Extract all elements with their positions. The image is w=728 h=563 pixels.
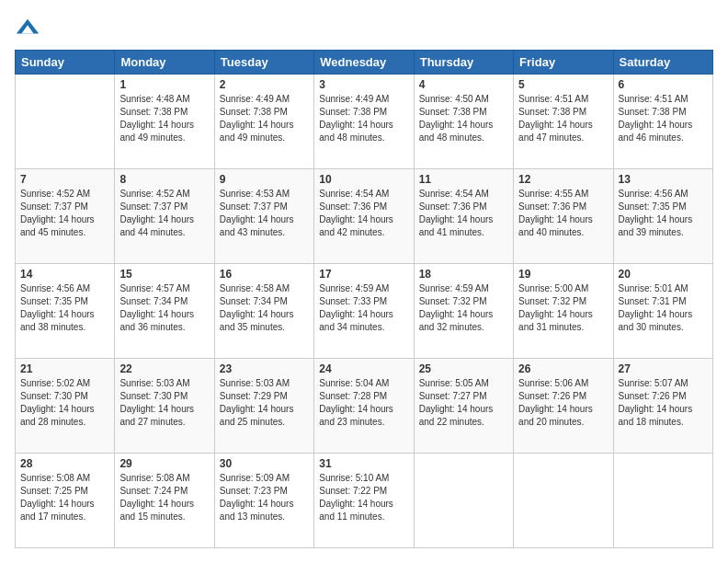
calendar-cell: 16 Sunrise: 4:58 AM Sunset: 7:34 PM Dayl… [214,264,313,359]
day-info: Sunrise: 4:53 AM Sunset: 7:37 PM Dayligh… [220,188,309,239]
day-number: 25 [419,362,508,375]
day-number: 19 [518,268,608,281]
day-info: Sunrise: 5:07 AM Sunset: 7:26 PM Dayligh… [619,377,708,429]
weekday-header-row: SundayMondayTuesdayWednesdayThursdayFrid… [16,51,713,75]
week-row-1: 1 Sunrise: 4:48 AM Sunset: 7:38 PM Dayli… [16,75,713,169]
day-number: 28 [20,457,109,470]
calendar-cell: 2 Sunrise: 4:49 AM Sunset: 7:38 PM Dayli… [214,75,313,169]
week-row-4: 21 Sunrise: 5:02 AM Sunset: 7:30 PM Dayl… [16,359,713,454]
calendar-cell: 1 Sunrise: 4:48 AM Sunset: 7:38 PM Dayli… [115,75,214,169]
calendar-cell: 15 Sunrise: 4:57 AM Sunset: 7:34 PM Dayl… [115,264,214,359]
day-info: Sunrise: 5:02 AM Sunset: 7:30 PM Dayligh… [20,377,109,429]
calendar-cell: 12 Sunrise: 4:55 AM Sunset: 7:36 PM Dayl… [514,169,613,264]
day-number: 27 [619,362,708,375]
weekday-header-sunday: Sunday [16,51,115,75]
day-info: Sunrise: 4:49 AM Sunset: 7:38 PM Dayligh… [319,93,408,144]
calendar-cell: 21 Sunrise: 5:02 AM Sunset: 7:30 PM Dayl… [16,359,115,454]
calendar-cell [514,454,613,548]
day-number: 15 [119,268,209,281]
day-number: 11 [419,173,508,186]
calendar-cell: 11 Sunrise: 4:54 AM Sunset: 7:36 PM Dayl… [414,169,513,264]
day-info: Sunrise: 4:54 AM Sunset: 7:36 PM Dayligh… [419,188,508,239]
day-info: Sunrise: 4:48 AM Sunset: 7:38 PM Dayligh… [119,93,209,144]
day-number: 12 [518,173,608,186]
day-info: Sunrise: 4:55 AM Sunset: 7:36 PM Dayligh… [518,188,608,239]
calendar-cell: 4 Sunrise: 4:50 AM Sunset: 7:38 PM Dayli… [414,75,513,169]
day-number: 1 [119,78,209,91]
calendar-cell: 27 Sunrise: 5:07 AM Sunset: 7:26 PM Dayl… [613,359,712,454]
week-row-3: 14 Sunrise: 4:56 AM Sunset: 7:35 PM Dayl… [16,264,713,359]
calendar-cell: 31 Sunrise: 5:10 AM Sunset: 7:22 PM Dayl… [314,454,414,548]
calendar-cell: 6 Sunrise: 4:51 AM Sunset: 7:38 PM Dayli… [613,75,712,169]
day-info: Sunrise: 4:56 AM Sunset: 7:35 PM Dayligh… [619,188,708,239]
day-number: 3 [319,78,408,91]
day-number: 9 [220,173,309,186]
day-info: Sunrise: 4:59 AM Sunset: 7:32 PM Dayligh… [419,282,508,334]
day-number: 8 [119,173,209,186]
day-info: Sunrise: 4:57 AM Sunset: 7:34 PM Dayligh… [119,282,209,334]
day-number: 22 [119,362,209,375]
logo [15,15,44,40]
calendar-cell: 24 Sunrise: 5:04 AM Sunset: 7:28 PM Dayl… [314,359,414,454]
calendar-cell [613,454,712,548]
day-info: Sunrise: 5:09 AM Sunset: 7:23 PM Dayligh… [220,472,309,523]
week-row-2: 7 Sunrise: 4:52 AM Sunset: 7:37 PM Dayli… [16,169,713,264]
logo-icon [15,15,40,40]
day-info: Sunrise: 5:08 AM Sunset: 7:25 PM Dayligh… [20,472,109,523]
calendar-cell: 19 Sunrise: 5:00 AM Sunset: 7:32 PM Dayl… [514,264,613,359]
day-number: 29 [119,457,209,470]
day-info: Sunrise: 5:06 AM Sunset: 7:26 PM Dayligh… [518,377,608,429]
day-number: 23 [220,362,309,375]
calendar-cell: 20 Sunrise: 5:01 AM Sunset: 7:31 PM Dayl… [613,264,712,359]
calendar-cell: 22 Sunrise: 5:03 AM Sunset: 7:30 PM Dayl… [115,359,214,454]
calendar-cell: 30 Sunrise: 5:09 AM Sunset: 7:23 PM Dayl… [214,454,313,548]
day-info: Sunrise: 4:52 AM Sunset: 7:37 PM Dayligh… [20,188,109,239]
calendar-cell: 18 Sunrise: 4:59 AM Sunset: 7:32 PM Dayl… [414,264,513,359]
day-number: 16 [220,268,309,281]
calendar-cell: 23 Sunrise: 5:03 AM Sunset: 7:29 PM Dayl… [214,359,313,454]
day-number: 14 [20,268,109,281]
day-number: 4 [419,78,508,91]
day-number: 26 [518,362,608,375]
calendar-table: SundayMondayTuesdayWednesdayThursdayFrid… [15,50,713,548]
page: SundayMondayTuesdayWednesdayThursdayFrid… [0,0,728,563]
day-number: 17 [319,268,408,281]
day-number: 6 [619,78,708,91]
calendar-cell: 9 Sunrise: 4:53 AM Sunset: 7:37 PM Dayli… [214,169,313,264]
day-info: Sunrise: 4:51 AM Sunset: 7:38 PM Dayligh… [518,93,608,144]
weekday-header-wednesday: Wednesday [314,51,414,75]
day-number: 2 [220,78,309,91]
week-row-5: 28 Sunrise: 5:08 AM Sunset: 7:25 PM Dayl… [16,454,713,548]
day-info: Sunrise: 4:52 AM Sunset: 7:37 PM Dayligh… [119,188,209,239]
day-info: Sunrise: 5:05 AM Sunset: 7:27 PM Dayligh… [419,377,508,429]
header [15,15,713,40]
day-info: Sunrise: 4:56 AM Sunset: 7:35 PM Dayligh… [20,282,109,334]
weekday-header-saturday: Saturday [613,51,712,75]
weekday-header-thursday: Thursday [414,51,513,75]
day-number: 13 [619,173,708,186]
day-number: 20 [619,268,708,281]
weekday-header-tuesday: Tuesday [214,51,313,75]
day-info: Sunrise: 5:00 AM Sunset: 7:32 PM Dayligh… [518,282,608,334]
day-info: Sunrise: 4:54 AM Sunset: 7:36 PM Dayligh… [319,188,408,239]
calendar-cell [414,454,513,548]
weekday-header-monday: Monday [115,51,214,75]
calendar-cell: 17 Sunrise: 4:59 AM Sunset: 7:33 PM Dayl… [314,264,414,359]
calendar-cell: 3 Sunrise: 4:49 AM Sunset: 7:38 PM Dayli… [314,75,414,169]
day-number: 30 [220,457,309,470]
day-number: 24 [319,362,408,375]
day-info: Sunrise: 5:03 AM Sunset: 7:30 PM Dayligh… [119,377,209,429]
calendar-cell: 8 Sunrise: 4:52 AM Sunset: 7:37 PM Dayli… [115,169,214,264]
day-info: Sunrise: 4:50 AM Sunset: 7:38 PM Dayligh… [419,93,508,144]
day-number: 7 [20,173,109,186]
day-info: Sunrise: 5:10 AM Sunset: 7:22 PM Dayligh… [319,472,408,523]
day-info: Sunrise: 4:59 AM Sunset: 7:33 PM Dayligh… [319,282,408,334]
calendar-cell: 13 Sunrise: 4:56 AM Sunset: 7:35 PM Dayl… [613,169,712,264]
calendar-cell: 25 Sunrise: 5:05 AM Sunset: 7:27 PM Dayl… [414,359,513,454]
day-number: 10 [319,173,408,186]
day-info: Sunrise: 5:03 AM Sunset: 7:29 PM Dayligh… [220,377,309,429]
calendar-cell: 7 Sunrise: 4:52 AM Sunset: 7:37 PM Dayli… [16,169,115,264]
day-number: 5 [518,78,608,91]
calendar-cell: 29 Sunrise: 5:08 AM Sunset: 7:24 PM Dayl… [115,454,214,548]
calendar-cell: 14 Sunrise: 4:56 AM Sunset: 7:35 PM Dayl… [16,264,115,359]
